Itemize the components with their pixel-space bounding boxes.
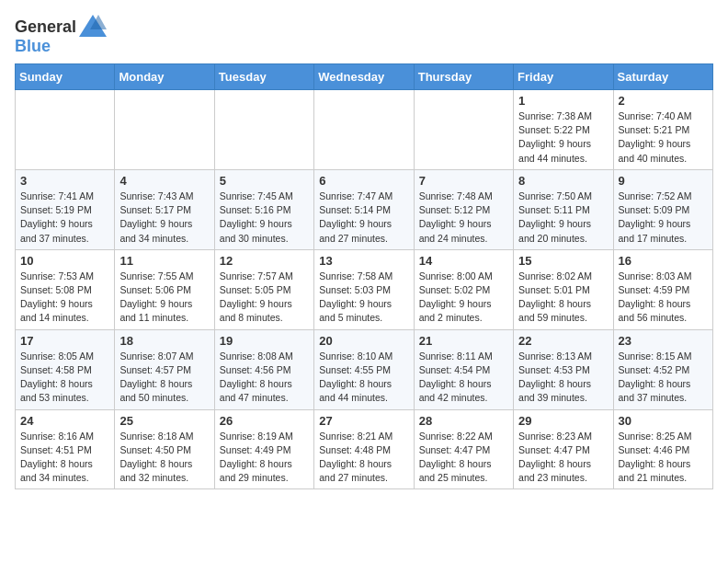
day-number: 27 [319, 414, 408, 428]
day-info: Sunrise: 8:25 AM Sunset: 4:46 PM Dayligh… [619, 430, 708, 486]
calendar-cell: 2Sunrise: 7:40 AM Sunset: 5:21 PM Daylig… [613, 90, 712, 170]
day-number: 23 [619, 334, 708, 348]
day-info: Sunrise: 8:13 AM Sunset: 4:53 PM Dayligh… [518, 350, 608, 406]
calendar-cell [314, 90, 414, 170]
day-info: Sunrise: 7:43 AM Sunset: 5:17 PM Dayligh… [119, 190, 209, 246]
day-number: 15 [518, 254, 608, 268]
day-number: 8 [518, 174, 608, 188]
day-info: Sunrise: 7:50 AM Sunset: 5:11 PM Dayligh… [518, 190, 608, 246]
calendar-week-row: 24Sunrise: 8:16 AM Sunset: 4:51 PM Dayli… [16, 409, 713, 489]
day-number: 16 [619, 254, 708, 268]
calendar-cell: 22Sunrise: 8:13 AM Sunset: 4:53 PM Dayli… [514, 329, 613, 409]
calendar-cell: 5Sunrise: 7:45 AM Sunset: 5:16 PM Daylig… [214, 169, 313, 249]
day-info: Sunrise: 7:48 AM Sunset: 5:12 PM Dayligh… [419, 190, 508, 246]
calendar-cell: 12Sunrise: 7:57 AM Sunset: 5:05 PM Dayli… [214, 249, 313, 329]
calendar-cell: 15Sunrise: 8:02 AM Sunset: 5:01 PM Dayli… [514, 249, 613, 329]
day-number: 30 [619, 414, 708, 428]
calendar-cell: 1Sunrise: 7:38 AM Sunset: 5:22 PM Daylig… [514, 90, 613, 170]
day-number: 19 [220, 334, 309, 348]
day-info: Sunrise: 8:00 AM Sunset: 5:02 PM Dayligh… [419, 270, 508, 326]
day-info: Sunrise: 8:03 AM Sunset: 4:59 PM Dayligh… [619, 270, 708, 326]
day-number: 29 [518, 414, 608, 428]
day-number: 22 [518, 334, 608, 348]
calendar-cell [214, 90, 313, 170]
calendar-cell: 11Sunrise: 7:55 AM Sunset: 5:06 PM Dayli… [115, 249, 214, 329]
calendar-cell: 23Sunrise: 8:15 AM Sunset: 4:52 PM Dayli… [613, 329, 712, 409]
calendar-cell [16, 90, 115, 170]
calendar-cell: 21Sunrise: 8:11 AM Sunset: 4:54 PM Dayli… [414, 329, 513, 409]
calendar-week-row: 1Sunrise: 7:38 AM Sunset: 5:22 PM Daylig… [16, 90, 713, 170]
calendar-week-row: 17Sunrise: 8:05 AM Sunset: 4:58 PM Dayli… [16, 329, 713, 409]
calendar-cell: 16Sunrise: 8:03 AM Sunset: 4:59 PM Dayli… [613, 249, 712, 329]
calendar-cell: 30Sunrise: 8:25 AM Sunset: 4:46 PM Dayli… [613, 409, 712, 489]
day-number: 25 [119, 414, 209, 428]
day-info: Sunrise: 8:08 AM Sunset: 4:56 PM Dayligh… [220, 350, 309, 406]
calendar-cell: 27Sunrise: 8:21 AM Sunset: 4:48 PM Dayli… [314, 409, 414, 489]
day-number: 2 [619, 94, 708, 108]
day-number: 24 [20, 414, 109, 428]
calendar-cell: 9Sunrise: 7:52 AM Sunset: 5:09 PM Daylig… [613, 169, 712, 249]
logo-blue-text: Blue [15, 37, 51, 56]
calendar-cell: 24Sunrise: 8:16 AM Sunset: 4:51 PM Dayli… [16, 409, 115, 489]
calendar-cell: 26Sunrise: 8:19 AM Sunset: 4:49 PM Dayli… [214, 409, 313, 489]
day-info: Sunrise: 7:45 AM Sunset: 5:16 PM Dayligh… [220, 190, 309, 246]
weekday-header-friday: Friday [514, 64, 613, 90]
calendar-cell: 8Sunrise: 7:50 AM Sunset: 5:11 PM Daylig… [514, 169, 613, 249]
weekday-header-monday: Monday [115, 64, 214, 90]
day-number: 17 [20, 334, 109, 348]
calendar-cell: 10Sunrise: 7:53 AM Sunset: 5:08 PM Dayli… [16, 249, 115, 329]
calendar-cell: 7Sunrise: 7:48 AM Sunset: 5:12 PM Daylig… [414, 169, 513, 249]
day-info: Sunrise: 8:10 AM Sunset: 4:55 PM Dayligh… [319, 350, 408, 406]
day-number: 7 [419, 174, 508, 188]
day-info: Sunrise: 8:22 AM Sunset: 4:47 PM Dayligh… [419, 430, 508, 486]
day-number: 11 [119, 254, 209, 268]
calendar-cell: 14Sunrise: 8:00 AM Sunset: 5:02 PM Dayli… [414, 249, 513, 329]
weekday-header-tuesday: Tuesday [214, 64, 313, 90]
calendar-cell: 18Sunrise: 8:07 AM Sunset: 4:57 PM Dayli… [115, 329, 214, 409]
day-number: 1 [518, 94, 608, 108]
day-number: 9 [619, 174, 708, 188]
calendar-week-row: 3Sunrise: 7:41 AM Sunset: 5:19 PM Daylig… [16, 169, 713, 249]
calendar-cell: 3Sunrise: 7:41 AM Sunset: 5:19 PM Daylig… [16, 169, 115, 249]
page-header: General Blue [15, 15, 713, 56]
weekday-header-thursday: Thursday [414, 64, 513, 90]
day-info: Sunrise: 7:47 AM Sunset: 5:14 PM Dayligh… [319, 190, 408, 246]
day-number: 26 [220, 414, 309, 428]
calendar-cell [414, 90, 513, 170]
calendar-cell [115, 90, 214, 170]
day-number: 13 [319, 254, 408, 268]
day-info: Sunrise: 8:23 AM Sunset: 4:47 PM Dayligh… [518, 430, 608, 486]
day-info: Sunrise: 8:05 AM Sunset: 4:58 PM Dayligh… [20, 350, 109, 406]
weekday-header-wednesday: Wednesday [314, 64, 414, 90]
day-number: 6 [319, 174, 408, 188]
calendar-table: SundayMondayTuesdayWednesdayThursdayFrid… [15, 63, 713, 489]
calendar-cell: 17Sunrise: 8:05 AM Sunset: 4:58 PM Dayli… [16, 329, 115, 409]
calendar-cell: 29Sunrise: 8:23 AM Sunset: 4:47 PM Dayli… [514, 409, 613, 489]
calendar-cell: 13Sunrise: 7:58 AM Sunset: 5:03 PM Dayli… [314, 249, 414, 329]
calendar-cell: 19Sunrise: 8:08 AM Sunset: 4:56 PM Dayli… [214, 329, 313, 409]
calendar-cell: 6Sunrise: 7:47 AM Sunset: 5:14 PM Daylig… [314, 169, 414, 249]
day-info: Sunrise: 8:16 AM Sunset: 4:51 PM Dayligh… [20, 430, 109, 486]
day-info: Sunrise: 7:58 AM Sunset: 5:03 PM Dayligh… [319, 270, 408, 326]
logo-general-text: General [15, 17, 76, 37]
calendar-cell: 20Sunrise: 8:10 AM Sunset: 4:55 PM Dayli… [314, 329, 414, 409]
calendar-cell: 4Sunrise: 7:43 AM Sunset: 5:17 PM Daylig… [115, 169, 214, 249]
day-info: Sunrise: 8:21 AM Sunset: 4:48 PM Dayligh… [319, 430, 408, 486]
day-number: 3 [20, 174, 109, 188]
day-number: 20 [319, 334, 408, 348]
weekday-header-sunday: Sunday [16, 64, 115, 90]
calendar-header-row: SundayMondayTuesdayWednesdayThursdayFrid… [16, 64, 713, 90]
logo: General Blue [15, 15, 107, 56]
day-info: Sunrise: 7:40 AM Sunset: 5:21 PM Dayligh… [619, 109, 708, 166]
day-info: Sunrise: 8:02 AM Sunset: 5:01 PM Dayligh… [518, 270, 608, 326]
day-number: 14 [419, 254, 508, 268]
day-number: 4 [119, 174, 209, 188]
day-number: 28 [419, 414, 508, 428]
day-number: 21 [419, 334, 508, 348]
day-info: Sunrise: 7:52 AM Sunset: 5:09 PM Dayligh… [619, 190, 708, 246]
day-info: Sunrise: 7:57 AM Sunset: 5:05 PM Dayligh… [220, 270, 309, 326]
day-info: Sunrise: 7:41 AM Sunset: 5:19 PM Dayligh… [20, 190, 109, 246]
calendar-cell: 25Sunrise: 8:18 AM Sunset: 4:50 PM Dayli… [115, 409, 214, 489]
logo-container: General Blue [15, 15, 107, 56]
weekday-header-saturday: Saturday [613, 64, 712, 90]
